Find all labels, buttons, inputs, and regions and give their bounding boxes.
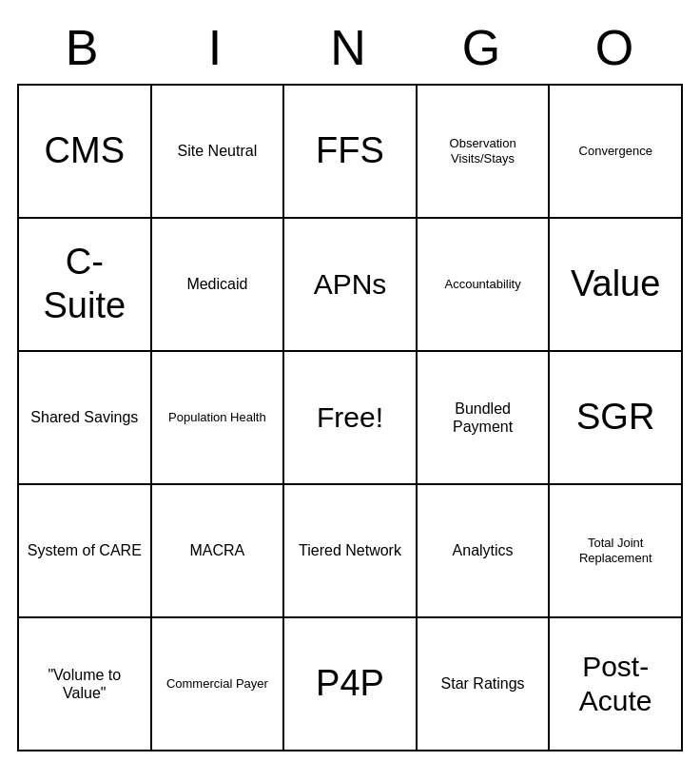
bingo-cell-16[interactable]: MACRA [152,485,285,618]
bingo-cell-18[interactable]: Analytics [418,485,551,618]
bingo-cell-text-13: Bundled Payment [423,400,543,436]
bingo-cell-text-2: FFS [316,129,384,173]
bingo-cell-text-7: APNs [314,267,387,302]
bingo-cell-9[interactable]: Value [550,219,683,352]
bingo-cell-text-9: Value [571,263,660,306]
bingo-cell-text-22: P4P [316,662,384,706]
bingo-cell-0[interactable]: CMS [19,86,152,219]
bingo-cell-17[interactable]: Tiered Network [284,485,418,618]
bingo-cell-11[interactable]: Population Health [152,352,285,485]
bingo-cell-text-24: Post-Acute [555,650,675,718]
bingo-cell-text-1: Site Neutral [178,142,258,160]
bingo-cell-20[interactable]: "Volume to Value" [19,618,152,751]
bingo-cell-text-11: Population Health [168,410,266,425]
bingo-cell-text-14: SGR [576,396,654,439]
bingo-cell-text-16: MACRA [190,541,245,559]
bingo-cell-text-23: Star Ratings [441,674,525,693]
bingo-cell-15[interactable]: System of CARE [19,485,152,618]
header-letter-g: G [417,19,550,76]
bingo-header: B I N G O [17,10,683,84]
bingo-cell-text-12: Free! [317,400,383,435]
bingo-cell-6[interactable]: Medicaid [152,219,285,352]
bingo-cell-text-0: CMS [45,129,125,173]
bingo-cell-text-20: "Volume to Value" [25,666,145,702]
bingo-grid: CMSSite NeutralFFSObservation Visits/Sta… [17,84,683,751]
header-letter-n: N [283,19,417,76]
bingo-cell-text-6: Medicaid [186,275,247,293]
bingo-cell-text-8: Accountability [444,277,520,292]
header-letter-b: B [17,19,150,76]
header-letter-i: I [150,19,283,76]
bingo-cell-8[interactable]: Accountability [418,219,551,352]
bingo-cell-text-21: Commercial Payer [166,676,268,692]
bingo-cell-19[interactable]: Total Joint Replacement [550,485,683,618]
bingo-cell-3[interactable]: Observation Visits/Stays [418,86,551,219]
header-letter-o: O [550,19,683,76]
bingo-cell-text-19: Total Joint Replacement [555,536,675,565]
bingo-cell-5[interactable]: C-Suite [19,219,152,352]
bingo-cell-12[interactable]: Free! [284,352,418,485]
bingo-cell-text-5: C-Suite [25,241,145,327]
bingo-cell-14[interactable]: SGR [550,352,683,485]
bingo-cell-24[interactable]: Post-Acute [550,618,683,751]
bingo-card: B I N G O CMSSite NeutralFFSObservation … [17,10,683,751]
bingo-cell-text-18: Analytics [453,541,514,559]
bingo-cell-text-3: Observation Visits/Stays [423,136,543,166]
bingo-cell-13[interactable]: Bundled Payment [418,352,551,485]
bingo-cell-7[interactable]: APNs [284,219,418,352]
bingo-cell-10[interactable]: Shared Savings [19,352,152,485]
bingo-cell-2[interactable]: FFS [284,86,418,219]
bingo-cell-text-4: Convergence [579,144,652,159]
bingo-cell-text-17: Tiered Network [299,541,401,559]
bingo-cell-text-10: Shared Savings [30,408,138,426]
bingo-cell-22[interactable]: P4P [284,618,418,751]
bingo-cell-23[interactable]: Star Ratings [418,618,551,751]
bingo-cell-text-15: System of CARE [28,541,142,559]
bingo-cell-1[interactable]: Site Neutral [152,86,285,219]
bingo-cell-4[interactable]: Convergence [550,86,683,219]
bingo-cell-21[interactable]: Commercial Payer [152,618,285,751]
